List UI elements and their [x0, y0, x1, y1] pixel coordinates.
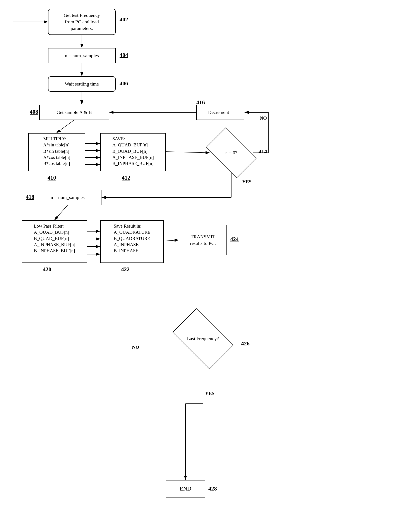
diamond-426: Last Frequency? — [173, 320, 232, 357]
label-414: 414 — [259, 148, 267, 155]
label-426: 426 — [241, 340, 250, 347]
box-416: Decrement n — [196, 105, 244, 120]
box-428-label: END — [180, 485, 191, 492]
box-418: n = num_samples — [34, 190, 101, 205]
label-424: 424 — [230, 236, 239, 243]
flowchart: Get test Frequency from PC and load para… — [0, 0, 420, 518]
svg-line-21 — [164, 240, 179, 241]
box-406-label: Wait settling time — [65, 81, 99, 87]
svg-line-4 — [57, 120, 74, 133]
box-420-label: Low Pass Filter: A_QUAD_BUF[n] B_QUAD_BU… — [34, 223, 75, 254]
label-416: 416 — [196, 99, 205, 106]
box-420: Low Pass Filter: A_QUAD_BUF[n] B_QUAD_BU… — [22, 220, 87, 263]
label-408: 408 — [30, 109, 38, 115]
box-418-label: n = num_samples — [51, 194, 84, 201]
box-406: Wait settling time — [48, 76, 116, 92]
box-404-label: n = num_samples — [65, 52, 99, 59]
box-412: SAVE: A_QUAD_BUF[n] B_QUAD_BUF[n] A_INPH… — [100, 133, 166, 171]
svg-line-9 — [166, 152, 210, 153]
label-418: 418 — [26, 194, 34, 200]
label-406: 406 — [120, 80, 128, 87]
label-420: 420 — [43, 266, 51, 273]
box-404: n = num_samples — [48, 48, 116, 63]
box-412-label: SAVE: A_QUAD_BUF[n] B_QUAD_BUF[n] A_INPH… — [112, 136, 154, 167]
box-422-label: Save Result in: A_QUADRATURE B_QUADRATUR… — [114, 223, 150, 254]
text-no-414: NO — [260, 115, 267, 121]
label-404: 404 — [120, 52, 128, 59]
label-402: 402 — [120, 16, 128, 23]
box-408: Get sample A & B — [39, 105, 109, 120]
text-yes-414: YES — [242, 179, 252, 185]
diamond-414: n = 0? — [210, 139, 253, 167]
label-422: 422 — [121, 266, 130, 273]
box-410-label: MULTIPLY: A*sin table[n] B*sin table[n] … — [43, 136, 70, 167]
box-410: MULTIPLY: A*sin table[n] B*sin table[n] … — [28, 133, 85, 171]
text-yes-426: YES — [205, 390, 214, 396]
label-410: 410 — [48, 174, 56, 181]
box-424-label: TRANSMIT results to PC: — [190, 233, 216, 246]
box-416-label: Decrement n — [208, 109, 233, 116]
box-402-label: Get test Frequency from PC and load para… — [64, 12, 100, 31]
box-422: Save Result in: A_QUADRATURE B_QUADRATUR… — [100, 220, 164, 263]
box-428: END — [166, 480, 205, 497]
box-424: TRANSMIT results to PC: — [179, 225, 227, 255]
label-412: 412 — [122, 174, 130, 181]
text-no-426: NO — [132, 344, 139, 350]
box-402: Get test Frequency from PC and load para… — [48, 9, 116, 35]
svg-line-16 — [54, 205, 68, 220]
box-408-label: Get sample A & B — [57, 109, 92, 116]
label-428: 428 — [208, 486, 217, 492]
